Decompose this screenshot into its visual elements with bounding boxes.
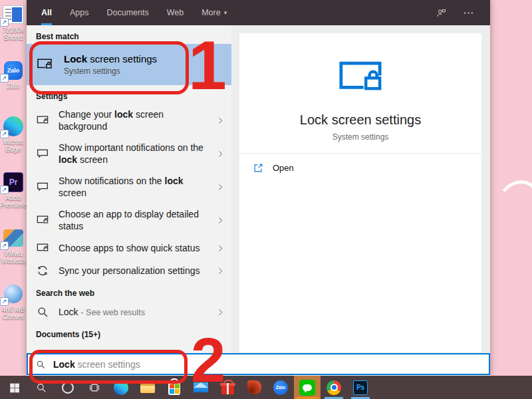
chevron-right-icon: [216, 244, 225, 253]
taskbar-icon-cortana[interactable]: [55, 376, 81, 399]
tab-label: Web: [167, 8, 184, 17]
setting-item-text: Choose apps to show quick status: [59, 242, 207, 254]
lockscreen-icon: [36, 114, 49, 127]
desktop-icon-4n6-converter[interactable]: ↗4n6 MBConver: [0, 282, 27, 338]
taskbar-icon-start[interactable]: [1, 376, 28, 399]
shortcut-arrow-icon: ↗: [0, 18, 9, 27]
setting-item-change-lock-screen-background[interactable]: Change your lock screen background: [27, 104, 231, 137]
wallpaper-decoration: [497, 176, 532, 215]
best-match-subtitle: System settings: [64, 66, 157, 76]
open-label: Open: [273, 163, 294, 173]
chrome-icon: [327, 380, 341, 395]
taskbar-icon-line[interactable]: [294, 376, 321, 399]
taskbar-icon-chrome[interactable]: [321, 376, 347, 399]
tab-web[interactable]: Web: [167, 0, 184, 25]
setting-item-show-notifications-lock-screen[interactable]: Show notifications on the lock screen: [27, 170, 231, 203]
chevron-down-icon: ▾: [224, 9, 227, 16]
setting-item-text: Show notifications on the lock screen: [59, 175, 207, 199]
taskview-icon: [88, 382, 100, 394]
office-icon: [247, 380, 261, 394]
taskbar-icon-search[interactable]: [28, 376, 55, 399]
search-header: AllAppsDocumentsWebMore▾: [27, 0, 490, 25]
store-icon: [168, 382, 180, 395]
zalo-icon: Zalo: [273, 380, 288, 395]
search-input[interactable]: Lock screen settings: [27, 353, 490, 375]
shortcut-arrow-icon: ↗: [0, 130, 9, 138]
chevron-right-icon: [216, 116, 225, 125]
desktop-icon-label: 7z190xShortc: [3, 27, 24, 41]
mail-icon: [194, 382, 208, 392]
lock-screen-large-icon: [332, 53, 389, 104]
desktop-icon-image: ↗: [3, 228, 24, 248]
chevron-right-icon: [216, 150, 225, 158]
desktop-icon-microsoft-edge[interactable]: ↗MicrosEdge: [0, 114, 27, 170]
desktop-icon-label: Zalo: [7, 82, 19, 90]
screen: ↗7z190xShortcZalo↗Zalo↗MicrosEdgePr↗Adob…: [0, 0, 532, 399]
desktop-icon-label: AdobPremiere: [0, 194, 27, 209]
desktop-icon-list: ↗7z190xShortcZalo↗Zalo↗MicrosEdgePr↗Adob…: [0, 3, 27, 338]
taskbar-icon-photoshop[interactable]: Ps: [347, 376, 374, 399]
desktop-icon-label: MicrosEdge: [3, 138, 23, 153]
desktop-icon-label: VMwaWorksta: [1, 250, 26, 265]
results-column: Best match Lock screen settings System s…: [27, 25, 231, 376]
tab-more[interactable]: More▾: [201, 0, 227, 25]
taskbar-icon-store[interactable]: [161, 376, 188, 399]
edge-icon: [114, 380, 128, 395]
lockscreen-icon: [36, 241, 49, 255]
web-result-item[interactable]: Lock - See web results: [27, 301, 231, 323]
lock-screen-icon: [36, 56, 53, 73]
desktop-icon-vmware-workstation[interactable]: ↗VMwaWorksta: [0, 226, 27, 282]
best-match-header: Best match: [27, 25, 231, 44]
mail-flap: [194, 382, 208, 388]
shortcut-arrow-icon: ↗: [0, 297, 9, 306]
shortcut-arrow-icon: ↗: [0, 74, 9, 82]
shortcut-arrow-icon: ↗: [0, 241, 9, 250]
settings-list: Change your lock screen backgroundShow i…: [27, 104, 231, 282]
desktop-icon-adobe-premiere[interactable]: Pr↗AdobPremiere: [0, 170, 27, 226]
chevron-right-icon: [216, 216, 225, 225]
setting-item-show-important-notifications-lock-screen[interactable]: Show important notifications on the lock…: [27, 137, 231, 170]
taskbar-icon-office[interactable]: [241, 376, 267, 399]
desktop-icon-7z-shortcut[interactable]: ↗7z190xShortc: [0, 3, 27, 59]
tab-label: More: [201, 8, 220, 17]
setting-item-sync-personalization-settings[interactable]: Sync your personalization settings: [27, 259, 231, 282]
tab-all[interactable]: All: [41, 0, 52, 25]
chevron-right-icon: [216, 183, 225, 192]
search-input-text: Lock screen settings: [53, 359, 140, 370]
tab-apps[interactable]: Apps: [70, 0, 89, 25]
taskbar-icon-gift[interactable]: [214, 376, 241, 399]
open-icon: [253, 162, 264, 174]
feedback-icon[interactable]: [436, 7, 447, 19]
taskbar-icon-task-view[interactable]: [81, 376, 108, 399]
taskbar-icon-edge[interactable]: [108, 376, 134, 399]
best-match-item[interactable]: Lock screen settings System settings: [27, 44, 231, 85]
search-icon: [35, 382, 47, 394]
setting-item-choose-app-detailed-status[interactable]: Choose an app to display detailed status: [27, 203, 231, 237]
desktop-icon-image: Zalo↗: [3, 61, 24, 80]
preview-card: Lock screen settings System settings Ope…: [239, 33, 481, 352]
setting-item-text: Sync your personalization settings: [59, 265, 207, 277]
windows-logo-icon: [9, 382, 21, 394]
tab-label: Apps: [70, 8, 89, 17]
gift-icon: [221, 386, 234, 394]
desktop-icon-label: 4n6 MBConver: [2, 306, 25, 321]
tab-label: Documents: [106, 8, 148, 17]
preview-column: Lock screen settings System settings Ope…: [231, 25, 490, 376]
setting-item-text: Choose an app to display detailed status: [59, 208, 207, 232]
taskbar-icon-mail[interactable]: [188, 376, 214, 399]
ellipsis-icon[interactable]: [463, 7, 474, 19]
notification-icon: [36, 147, 49, 160]
cortana-icon: [62, 382, 74, 394]
best-match-title: Lock screen settings: [64, 53, 157, 65]
desktop-icon-image: ↗: [3, 284, 24, 304]
open-action[interactable]: Open: [239, 154, 481, 182]
setting-item-choose-apps-quick-status[interactable]: Choose apps to show quick status: [27, 237, 231, 259]
desktop-icon-zalo[interactable]: Zalo↗Zalo: [0, 59, 27, 114]
settings-header: Settings: [27, 85, 231, 104]
taskbar-icon-file-explorer[interactable]: [134, 376, 161, 399]
file-explorer-icon: [140, 382, 155, 393]
search-web-header: Search the web: [27, 282, 231, 301]
taskbar-icon-zalo[interactable]: Zalo: [267, 376, 294, 399]
chevron-right-icon: [216, 267, 225, 275]
tab-documents[interactable]: Documents: [106, 0, 148, 25]
